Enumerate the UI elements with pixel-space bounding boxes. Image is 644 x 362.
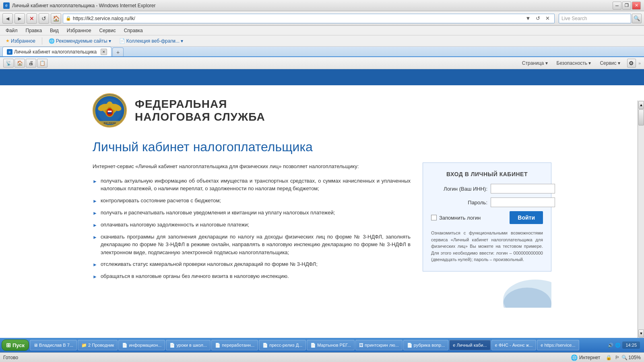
scroll-up-button[interactable]: ▲: [638, 101, 644, 109]
home-button[interactable]: 🏠: [51, 13, 61, 24]
bullet-icon-6: ►: [93, 261, 97, 268]
intro-text: Интернет-сервис «Личный кабинет налогопл…: [93, 162, 411, 171]
restore-button[interactable]: ❐: [622, 2, 631, 10]
search-input[interactable]: [561, 16, 628, 21]
recommended-label: Рекомендуемые сайты ▾: [56, 38, 111, 44]
remember-checkbox[interactable]: [431, 215, 437, 220]
stop-addr-button[interactable]: ✕: [543, 14, 552, 23]
page-label: Страница ▾: [522, 60, 548, 66]
login-button[interactable]: Войти: [510, 211, 543, 224]
print-button[interactable]: 🖨: [26, 59, 36, 68]
taskbar-icon-3: 📄: [169, 343, 175, 348]
taskbar-item-8[interactable]: 📄 рубрика вопр...: [403, 340, 449, 350]
gear-icon[interactable]: ⚙: [627, 59, 636, 68]
taskbar-label-5: пресс-релиз Д...: [269, 343, 302, 348]
login-input[interactable]: [491, 184, 555, 193]
start-button[interactable]: ⊞ Пуск: [2, 339, 29, 351]
password-input[interactable]: [491, 197, 555, 207]
search-button[interactable]: 🔍: [632, 14, 642, 23]
taskbar-label-4: переработанн...: [222, 343, 254, 348]
star-icon: ★: [6, 38, 10, 43]
bullet-text-7: обращаться в налоговые органы без личног…: [101, 272, 289, 280]
scroll-thumb[interactable]: [638, 109, 644, 125]
taskbar-item-11[interactable]: e https://service...: [537, 340, 579, 350]
list-item: ► оплачивать налоговую задолженность и н…: [93, 221, 411, 229]
recommended-icon: 🌐: [49, 38, 55, 44]
decorative-svg: [471, 276, 551, 308]
taskbar-label-11: https://service...: [544, 343, 575, 348]
taskbar-icon-7: 🖼: [359, 343, 363, 348]
windows-icon: ⊞: [6, 342, 11, 348]
logo-line1: ФЕДЕРАЛЬНАЯ: [135, 98, 265, 111]
taskbar-item-4[interactable]: 📄 переработанн...: [211, 340, 258, 350]
bullet-text-5: скачивать программы для заполнения декла…: [101, 233, 411, 257]
menu-edit[interactable]: Правка: [22, 27, 46, 34]
zone-text: Интернет: [579, 355, 600, 360]
search-input-wrap: [559, 14, 631, 23]
home-tool-button[interactable]: 🏠: [14, 59, 25, 68]
taskbar-icon-11: e: [541, 343, 543, 348]
blue-header-stripe: [0, 69, 644, 85]
taskbar-item-1[interactable]: 📁 2 Проводник: [78, 340, 118, 350]
taskbar-icon-1: 📁: [81, 343, 87, 348]
taskbar-item-2[interactable]: 📄 информацион...: [118, 340, 165, 350]
zoom-text: 105%: [628, 355, 641, 360]
zoom-indicator: 🔍 105%: [621, 355, 641, 360]
web-fragments[interactable]: 📄 Коллекция веб-фрагм... ▾: [116, 37, 187, 45]
menu-favorites[interactable]: Избранное: [63, 27, 95, 34]
rss-button[interactable]: 📡: [3, 59, 14, 68]
menu-help[interactable]: Справка: [120, 27, 147, 34]
security-menu[interactable]: Безопасность ▾: [553, 59, 595, 67]
scroll-down-button[interactable]: ▼: [638, 329, 644, 337]
window-controls[interactable]: ─ ❐ ✕: [613, 2, 641, 10]
zoom-icon: 🔍: [621, 355, 627, 360]
taskbar-icon-4: 📄: [215, 343, 221, 348]
address-actions: ▼ ↺ ✕: [524, 14, 552, 23]
recommended-sites[interactable]: 🌐 Рекомендуемые сайты ▾: [45, 37, 114, 45]
shield-icon: 🔒: [606, 355, 612, 360]
bullet-icon-3: ►: [93, 210, 97, 217]
clock: 14:25: [622, 341, 640, 349]
fragments-label: Коллекция веб-фрагм... ▾: [126, 38, 184, 44]
address-bar[interactable]: 🔒 https://lk2.service.nalog.ru/lk/ ▼ ↺ ✕: [63, 14, 555, 23]
address-dropdown[interactable]: ▼: [524, 14, 533, 23]
taskbar-item-7[interactable]: 🖼 принтскрин лю...: [355, 340, 402, 350]
forward-button[interactable]: ►: [14, 13, 25, 24]
svg-text:ФНС РОСИИ: ФНС РОСИИ: [103, 122, 116, 124]
svg-rect-8: [108, 111, 112, 112]
list-item: ► отслеживать статус камеральной проверк…: [93, 260, 411, 268]
active-tab[interactable]: e Личный кабинет налогоплательщика ✕: [2, 47, 111, 56]
list-item: ► получать актуальную информацию об объе…: [93, 177, 411, 193]
page-menu[interactable]: Страница ▾: [518, 59, 551, 67]
chevron-right-icon: »: [638, 61, 641, 66]
taskbar-icon-5: 📄: [262, 343, 268, 348]
taskbar-label-1: 2 Проводник: [88, 343, 114, 348]
taskbar-item-6[interactable]: 📄 Мартынов РЕГ...: [307, 340, 355, 350]
vertical-scrollbar[interactable]: ▲ ▼: [638, 101, 644, 338]
list-item: ► получать и распечатывать налоговые уве…: [93, 209, 411, 217]
back-button[interactable]: ◄: [2, 13, 13, 24]
service-menu[interactable]: Сервис ▾: [596, 59, 623, 67]
stop-button[interactable]: ✕: [27, 13, 37, 24]
taskbar-item-10[interactable]: e ФНС - Анонс ж...: [491, 340, 537, 350]
menu-view[interactable]: Вид: [46, 27, 63, 34]
taskbar-item-9[interactable]: e Личный каби...: [449, 340, 490, 350]
print2-button[interactable]: 📋: [37, 59, 47, 68]
taskbar-item-3[interactable]: 📄 уроки в школ...: [166, 340, 211, 350]
taskbar-item-0[interactable]: 🖥 Владислав В 7...: [30, 340, 77, 350]
taskbar-item-5[interactable]: 📄 пресс-релиз Д...: [259, 340, 306, 350]
menu-service[interactable]: Сервис: [95, 27, 120, 34]
close-button[interactable]: ✕: [632, 2, 641, 10]
logo-text: ФЕДЕРАЛЬНАЯ НАЛОГОВАЯ СЛУЖБА: [135, 98, 265, 123]
refresh-addr-button[interactable]: ↺: [533, 14, 542, 23]
tab-close-btn[interactable]: ✕: [101, 49, 107, 55]
decorative-area: [423, 276, 551, 308]
favorites-label: Избранное: [11, 38, 35, 44]
menu-file[interactable]: Файл: [2, 27, 22, 34]
speaker-icon: 🔊: [608, 343, 613, 348]
favorites-button[interactable]: ★ Избранное: [2, 37, 39, 45]
tab-bar: e Личный кабинет налогоплательщика ✕ +: [0, 47, 644, 57]
refresh-button[interactable]: ↺: [39, 13, 49, 24]
new-tab-button[interactable]: +: [112, 47, 124, 56]
minimize-button[interactable]: ─: [613, 2, 621, 10]
